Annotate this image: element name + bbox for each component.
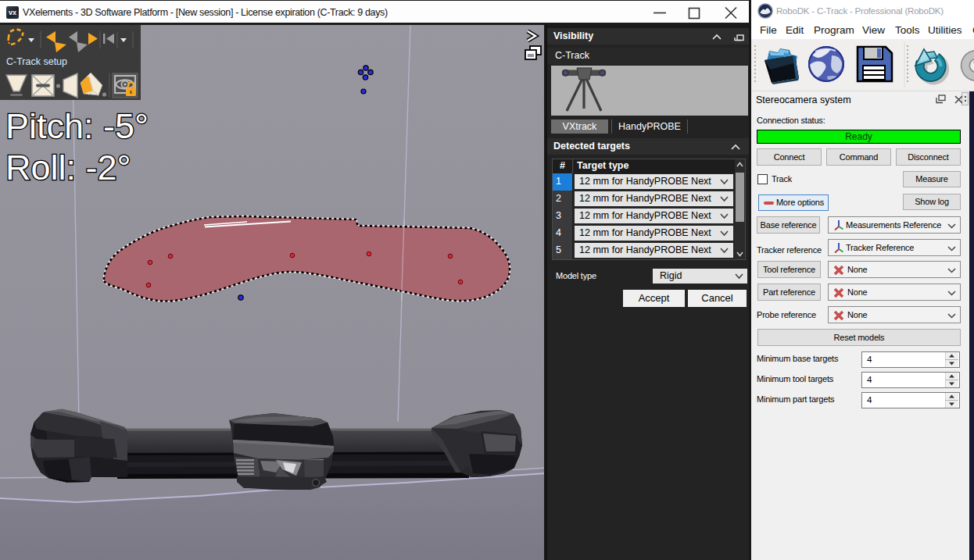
svg-text:Pitch: -5°: Pitch: -5° (5, 106, 149, 146)
svg-text:Roll: -2°: Roll: -2° (5, 148, 131, 187)
